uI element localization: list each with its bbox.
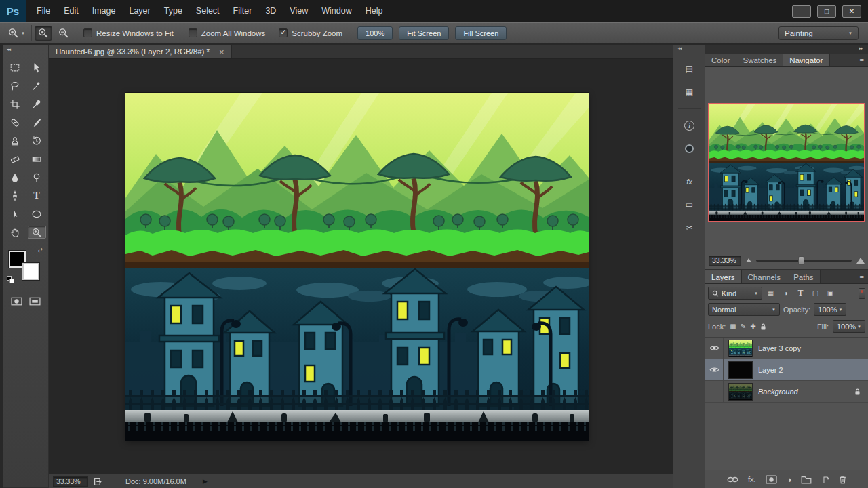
filter-smart-objects-button[interactable]: ▣ <box>824 287 837 300</box>
layer-filter-kind-dropdown[interactable]: Kind ▼ <box>708 287 762 300</box>
zoom-100-button[interactable]: 100% <box>357 26 393 40</box>
navigator-proxy-view[interactable] <box>708 103 865 222</box>
filter-pixel-layers-button[interactable]: ▦ <box>764 287 777 300</box>
new-adjustment-layer-button[interactable]: ◑ <box>787 475 792 484</box>
filter-shape-layers-button[interactable]: ▢ <box>809 287 822 300</box>
lock-pixels-button[interactable]: ✎ <box>741 323 746 330</box>
tool-path-selection[interactable] <box>6 207 24 220</box>
notes-panel-button[interactable]: ✂ <box>682 220 698 235</box>
menu-layer[interactable]: Layer <box>122 0 157 22</box>
close-tab-icon[interactable]: × <box>219 47 224 57</box>
link-layers-button[interactable] <box>727 475 738 484</box>
new-layer-button[interactable] <box>822 475 829 484</box>
scrubby-zoom-checkbox[interactable]: ✓ Scrubby Zoom <box>279 28 342 37</box>
tool-hand[interactable] <box>6 226 24 239</box>
visibility-toggle[interactable] <box>705 381 724 402</box>
navigator-zoom-slider[interactable] <box>756 260 852 262</box>
tab-layers[interactable]: Layers <box>705 270 742 283</box>
menu-view[interactable]: View <box>283 0 315 22</box>
tool-blur[interactable] <box>6 171 24 184</box>
menu-help[interactable]: Help <box>359 0 390 22</box>
collapse-toolbar-icon[interactable]: ◂◂ <box>7 47 10 52</box>
layer-row-background[interactable]: Background <box>705 381 868 403</box>
tool-preset-picker[interactable]: ▼ <box>5 25 32 41</box>
tool-clone-stamp[interactable] <box>6 134 24 147</box>
close-button[interactable]: ✕ <box>842 5 861 18</box>
tool-quick-selection[interactable] <box>28 79 46 92</box>
layer-thumbnail[interactable] <box>728 383 753 401</box>
zoom-all-windows-checkbox[interactable]: Zoom All Windows <box>189 28 266 37</box>
panel-menu-icon[interactable]: ≡ <box>860 56 864 64</box>
histogram-panel-button[interactable] <box>682 141 698 156</box>
tool-rect-marquee[interactable] <box>6 61 24 74</box>
tool-crop[interactable] <box>6 98 24 110</box>
workspace-selector[interactable]: Painting ▼ <box>778 26 859 40</box>
tool-dodge[interactable] <box>28 171 46 184</box>
collapse-panels-icon[interactable]: ▸▸ <box>859 46 863 54</box>
menu-type[interactable]: Type <box>157 0 189 22</box>
zoom-in-button[interactable] <box>35 26 52 41</box>
menu-select[interactable]: Select <box>189 0 226 22</box>
document-canvas[interactable] <box>125 93 589 441</box>
visibility-toggle[interactable] <box>705 359 724 380</box>
tool-brush[interactable] <box>28 116 46 129</box>
expand-panels-icon[interactable]: ◂◂ <box>677 46 681 51</box>
document-tab[interactable]: Haunted-6.jpg @ 33.3% (Layer 2, RGB/8#) … <box>49 45 232 58</box>
default-colors-icon[interactable] <box>7 276 16 285</box>
menu-edit[interactable]: Edit <box>57 0 85 22</box>
layer-style-button[interactable]: fx. <box>748 475 756 483</box>
zoom-in-large-icon[interactable] <box>856 258 865 264</box>
slider-thumb[interactable] <box>798 256 804 265</box>
tool-eraser[interactable] <box>6 152 24 165</box>
add-mask-button[interactable] <box>766 475 777 484</box>
zoom-level-field[interactable]: 33.33% <box>53 476 88 487</box>
blend-mode-dropdown[interactable]: Normal ▼ <box>708 303 780 316</box>
lock-position-button[interactable]: ✚ <box>750 323 755 330</box>
menu-file[interactable]: File <box>30 0 57 22</box>
panel-menu-icon[interactable]: ≡ <box>860 273 864 281</box>
tool-shape-ellipse[interactable] <box>28 207 46 220</box>
tool-gradient[interactable] <box>28 152 46 165</box>
screen-mode-button[interactable] <box>29 297 41 308</box>
layer-thumbnail[interactable] <box>728 361 753 379</box>
checkbox-icon[interactable] <box>189 28 197 37</box>
tool-eyedropper[interactable] <box>28 98 46 110</box>
checkbox-icon[interactable] <box>83 28 92 37</box>
measurement-log-panel-button[interactable]: ▭ <box>682 197 698 212</box>
filter-adjustment-layers-button[interactable]: ◑ <box>779 287 792 300</box>
tool-history-brush[interactable] <box>28 134 46 147</box>
menu-3d[interactable]: 3D <box>258 0 283 22</box>
tab-color[interactable]: Color <box>705 54 736 66</box>
tab-channels[interactable]: Channels <box>742 270 788 283</box>
layer-thumbnail[interactable] <box>728 340 753 357</box>
visibility-toggle[interactable] <box>705 338 724 359</box>
opacity-dropdown[interactable]: 100% ▼ <box>814 303 846 316</box>
tool-pen[interactable] <box>6 189 24 202</box>
tab-swatches[interactable]: Swatches <box>736 54 783 66</box>
new-group-button[interactable] <box>801 475 812 484</box>
zoom-out-button[interactable] <box>55 26 73 41</box>
styles-panel-button[interactable]: fx <box>682 174 698 189</box>
tool-type[interactable]: T <box>28 189 46 202</box>
tool-move[interactable] <box>28 61 46 74</box>
layer-row-layer3-copy[interactable]: Layer 3 copy <box>705 338 868 359</box>
background-color[interactable] <box>22 263 39 280</box>
minimize-button[interactable]: – <box>792 5 811 18</box>
zoom-out-small-icon[interactable] <box>746 258 751 262</box>
quick-mask-button[interactable] <box>11 297 22 308</box>
checkbox-checked-icon[interactable]: ✓ <box>279 28 288 37</box>
lock-transparency-button[interactable]: ▦ <box>730 323 736 330</box>
checkbox-label[interactable]: Scrubby Zoom <box>292 29 342 37</box>
swap-colors-icon[interactable]: ⇄ <box>37 247 43 253</box>
tool-lasso[interactable] <box>6 79 24 92</box>
fit-screen-button[interactable]: Fit Screen <box>399 26 449 40</box>
fill-screen-button[interactable]: Fill Screen <box>455 26 507 40</box>
layer-filter-toggle[interactable] <box>859 288 865 299</box>
lock-all-button[interactable] <box>760 323 766 331</box>
checkbox-label[interactable]: Zoom All Windows <box>201 29 266 37</box>
delete-layer-button[interactable] <box>839 475 846 484</box>
layer-row-layer2[interactable]: Layer 2 <box>705 359 868 381</box>
info-panel-button[interactable]: i <box>682 118 698 133</box>
clone-source-panel-button[interactable]: ▦ <box>682 85 698 100</box>
tool-healing-brush[interactable] <box>6 116 24 129</box>
